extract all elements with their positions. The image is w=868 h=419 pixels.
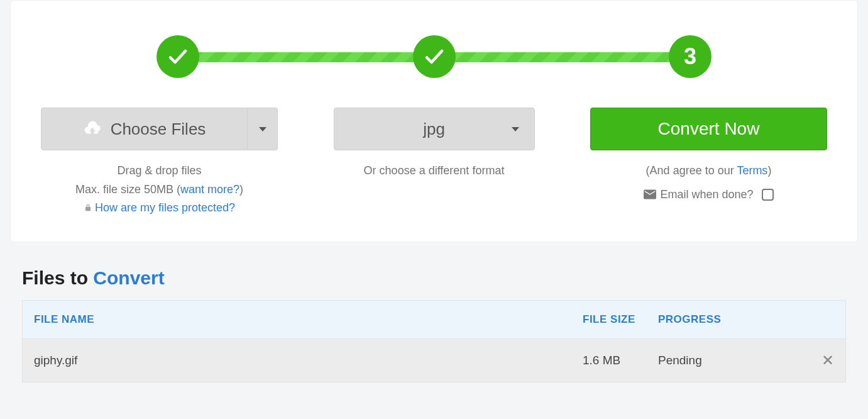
email-when-done-label: Email when done? bbox=[660, 188, 753, 201]
file-name: giphy.gif bbox=[34, 354, 583, 367]
choose-files-label: Choose Files bbox=[111, 120, 206, 139]
convert-help: (And agree to our Terms) Email when done… bbox=[644, 162, 773, 204]
files-title-prefix: Files to bbox=[22, 267, 93, 288]
terms-link[interactable]: Terms bbox=[737, 164, 767, 177]
files-title-accent: Convert bbox=[93, 267, 164, 288]
max-size-suffix: ) bbox=[239, 183, 243, 196]
want-more-link[interactable]: want more? bbox=[180, 183, 239, 196]
email-when-done-checkbox[interactable] bbox=[762, 189, 774, 201]
step-3-label: 3 bbox=[684, 43, 696, 70]
format-hint: Or choose a different format bbox=[364, 162, 505, 181]
choose-files-button[interactable]: Choose Files bbox=[41, 108, 248, 150]
convert-now-label: Convert Now bbox=[658, 119, 760, 139]
files-protected-link[interactable]: How are my files protected? bbox=[95, 201, 235, 214]
file-size: 1.6 MB bbox=[583, 354, 658, 367]
step-3: 3 bbox=[669, 35, 711, 78]
caret-down-icon bbox=[512, 127, 519, 131]
step-1 bbox=[157, 35, 199, 78]
choose-files-group: Choose Files bbox=[41, 108, 278, 150]
col-header-name[interactable]: FILE NAME bbox=[34, 313, 583, 326]
checkmark-icon bbox=[167, 45, 189, 68]
max-size-prefix: Max. file size 50MB ( bbox=[75, 183, 180, 196]
lock-icon bbox=[84, 203, 92, 213]
drag-drop-text: Drag & drop files bbox=[75, 162, 243, 181]
format-selected: jpg bbox=[423, 120, 445, 139]
step-2 bbox=[413, 35, 456, 78]
agree-prefix: (And agree to our bbox=[646, 164, 737, 177]
file-progress: Pending bbox=[658, 354, 809, 367]
convert-now-button[interactable]: Convert Now bbox=[590, 108, 827, 150]
agree-suffix: ) bbox=[767, 164, 771, 177]
convert-column: Convert Now (And agree to our Terms) Ema… bbox=[590, 108, 827, 218]
progress-steps: 3 bbox=[11, 1, 857, 89]
col-header-progress[interactable]: PROGRESS bbox=[658, 313, 834, 326]
cloud-upload-icon bbox=[83, 120, 102, 138]
mail-icon bbox=[644, 189, 656, 199]
files-section-title: Files to Convert bbox=[22, 267, 846, 289]
files-table-header: FILE NAME FILE SIZE PROGRESS bbox=[23, 301, 845, 339]
choose-files-help: Drag & drop files Max. file size 50MB (w… bbox=[75, 162, 243, 218]
col-header-size[interactable]: FILE SIZE bbox=[583, 313, 658, 326]
format-column: jpg Or choose a different format bbox=[316, 108, 552, 218]
conversion-card: 3 Choose Files Drag & drop files Max. fi… bbox=[10, 0, 858, 242]
files-table: FILE NAME FILE SIZE PROGRESS giphy.gif 1… bbox=[22, 300, 846, 383]
format-caret bbox=[512, 127, 519, 131]
table-row: giphy.gif 1.6 MB Pending ✕ bbox=[23, 339, 845, 382]
choose-files-dropdown[interactable] bbox=[248, 108, 278, 150]
close-icon: ✕ bbox=[821, 352, 834, 369]
remove-file-button[interactable]: ✕ bbox=[809, 352, 834, 369]
choose-files-column: Choose Files Drag & drop files Max. file… bbox=[41, 108, 278, 218]
checkmark-icon bbox=[423, 45, 446, 68]
format-select[interactable]: jpg bbox=[334, 108, 535, 150]
caret-down-icon bbox=[259, 127, 266, 131]
action-columns: Choose Files Drag & drop files Max. file… bbox=[11, 89, 857, 242]
